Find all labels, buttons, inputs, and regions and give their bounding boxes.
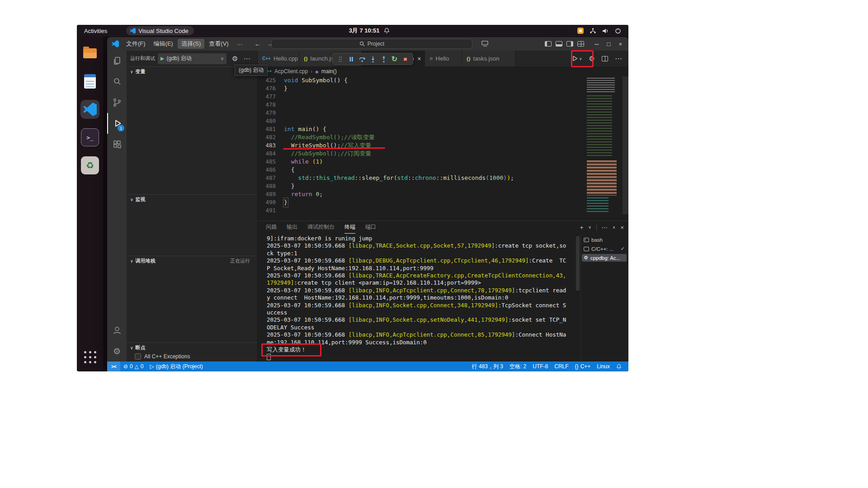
editor-scrollbar[interactable] [623, 76, 628, 214]
back-button[interactable]: ← [255, 40, 261, 47]
terminal-output[interactable]: 9]:ifram:docker0 is runing jump2025-03-0… [258, 234, 575, 361]
activity-settings[interactable]: ⚙ [107, 341, 127, 361]
close-panel-button[interactable]: × [620, 224, 624, 231]
eol-button[interactable]: CRLF [551, 363, 571, 370]
toolbar-drag-handle[interactable] [335, 54, 345, 64]
breadcrumb-file[interactable]: AcpClient.cpp [274, 68, 308, 75]
panel-tab-debug-console[interactable]: 调试控制台 [307, 221, 335, 234]
code-line-486[interactable]: 486 { [258, 166, 628, 174]
minimize-button[interactable]: ─ [594, 41, 599, 47]
activity-explorer[interactable] [107, 51, 127, 71]
breakpoints-header[interactable]: ∨ 断点 [127, 343, 257, 352]
restore-button[interactable]: □ [607, 41, 611, 47]
code-line-476[interactable]: 476} [258, 84, 628, 93]
terminal-list-item-task[interactable]: C/C++: ... ✓ [582, 245, 627, 253]
restart-button[interactable]: ↻ [390, 54, 399, 64]
toggle-sidebar-button[interactable] [545, 41, 552, 47]
code-line-490[interactable]: 490} [258, 198, 628, 206]
network-icon[interactable] [590, 28, 596, 34]
panel-tab-output[interactable]: 输出 [287, 221, 297, 234]
encoding-button[interactable]: UTF-8 [529, 363, 551, 370]
problems-button[interactable]: ⊘ 0 △ 0 [120, 361, 147, 371]
remote-indicator-button[interactable]: >< [107, 361, 120, 371]
step-over-button[interactable] [357, 54, 367, 64]
step-into-button[interactable] [368, 54, 377, 64]
code-line-491[interactable]: 491 [258, 206, 628, 215]
remote-window-icon[interactable] [481, 41, 489, 47]
code-line-482[interactable]: 482 //ReadSymbol();//读取变量 [258, 133, 628, 141]
minimap[interactable] [585, 76, 622, 216]
terminal-scrollbar[interactable] [575, 234, 580, 361]
code-line-489[interactable]: 489 return 0; [258, 190, 628, 198]
volume-icon[interactable] [602, 28, 609, 34]
command-center-search[interactable]: Project [271, 39, 472, 49]
debug-settings-gear-button[interactable]: ⚙ [232, 55, 238, 63]
menu-view[interactable]: 查看(V) [205, 39, 232, 49]
pause-button[interactable] [346, 54, 356, 64]
code-line-477[interactable]: 477 [258, 93, 628, 101]
panel-tab-ports[interactable]: 端口 [365, 221, 376, 234]
code-line-488[interactable]: 488 } [258, 182, 628, 190]
watch-header[interactable]: ∨ 监视 [127, 195, 257, 204]
indent-button[interactable]: 空格: 2 [506, 363, 529, 371]
tab-tasks-json[interactable]: {} tasks.json [462, 51, 515, 66]
code-line-484[interactable]: 484 //SubSymbol();//订阅变量 [258, 150, 628, 158]
statusbar-bell-icon[interactable] [613, 364, 625, 370]
power-icon[interactable] [615, 28, 621, 34]
editor-more-button[interactable]: ⋯ [615, 54, 622, 63]
toggle-secondary-sidebar-button[interactable] [566, 41, 573, 47]
notification-bell-icon[interactable] [384, 28, 390, 34]
tab-hello-cpp[interactable]: C++ Hello.cpp [258, 51, 299, 66]
terminal-list-item-cppdbg[interactable]: ⚙ cppdbg: Ac... [582, 254, 627, 262]
toggle-panel-button[interactable] [556, 41, 562, 47]
clock-label[interactable]: 3月 7 10:51 [349, 27, 380, 35]
split-editor-button[interactable] [602, 56, 608, 61]
code-editor[interactable]: 425void SubSymbol() {476}477478479480481… [258, 76, 628, 221]
activity-account[interactable] [107, 320, 127, 341]
close-icon[interactable]: × [417, 55, 421, 62]
launch-config-select[interactable]: ▶ (gdb) 启动 ∨ [158, 53, 226, 64]
activity-search[interactable] [107, 71, 127, 92]
dock-item-writer[interactable] [80, 72, 99, 91]
panel-more-button[interactable]: ⋯ [602, 224, 608, 231]
breadcrumb[interactable]: C++ AcpClient.cpp › ◈ main() [258, 66, 628, 76]
apps-grid-button[interactable] [84, 351, 96, 363]
screen-share-indicator-icon[interactable] [577, 28, 584, 34]
dock-item-trash[interactable]: ♻ [80, 156, 99, 175]
maximize-panel-button[interactable]: ∧ [613, 225, 616, 230]
terminal-dropdown-button[interactable]: ∨ [588, 225, 591, 230]
activity-source-control[interactable] [107, 92, 127, 113]
breakpoint-checkbox[interactable] [135, 353, 141, 360]
dock-item-terminal[interactable]: >_ [80, 128, 99, 147]
code-line-481[interactable]: 481int main() { [258, 125, 628, 133]
activities-button[interactable]: Activities [77, 25, 114, 37]
terminal-list-item-bash[interactable]: bash [582, 236, 627, 244]
code-line-485[interactable]: 485 while (1) [258, 158, 628, 166]
stop-button[interactable]: ■ [401, 54, 410, 64]
code-line-480[interactable]: 480 [258, 117, 628, 125]
breadcrumb-symbol[interactable]: main() [321, 68, 337, 75]
customize-layout-button[interactable] [577, 41, 584, 47]
activity-extensions[interactable] [107, 134, 127, 155]
menu-more[interactable]: ··· [233, 40, 246, 48]
panel-tab-terminal[interactable]: 终端 [344, 221, 355, 234]
menu-edit[interactable]: 编辑(E) [150, 39, 177, 49]
code-line-425[interactable]: 425void SubSymbol() { [258, 76, 628, 84]
code-line-478[interactable]: 478 [258, 101, 628, 109]
os-button[interactable]: Linux [594, 363, 613, 370]
callstack-header[interactable]: ∨ 调用堆栈 正在运行 [127, 256, 257, 266]
menu-selection[interactable]: 选择(S) [178, 39, 204, 49]
close-button[interactable]: × [618, 41, 622, 47]
tab-hello[interactable]: ≡ Hello [425, 51, 462, 66]
debug-status-button[interactable]: ▷ (gdb) 启动 (Project) [147, 361, 206, 371]
dock-item-files[interactable] [80, 44, 99, 63]
code-line-487[interactable]: 487 std::this_thread::sleep_for(std::chr… [258, 174, 628, 182]
language-button[interactable]: {}C++ [572, 363, 594, 370]
panel-tab-problems[interactable]: 问题 [266, 221, 277, 234]
new-terminal-button[interactable]: + [580, 224, 584, 231]
step-out-button[interactable] [379, 54, 388, 64]
debug-more-button[interactable]: ⋯ [243, 55, 250, 63]
code-line-479[interactable]: 479 [258, 109, 628, 117]
dock-item-vscode[interactable] [80, 100, 99, 119]
activity-run-debug[interactable]: 1 [107, 113, 127, 134]
